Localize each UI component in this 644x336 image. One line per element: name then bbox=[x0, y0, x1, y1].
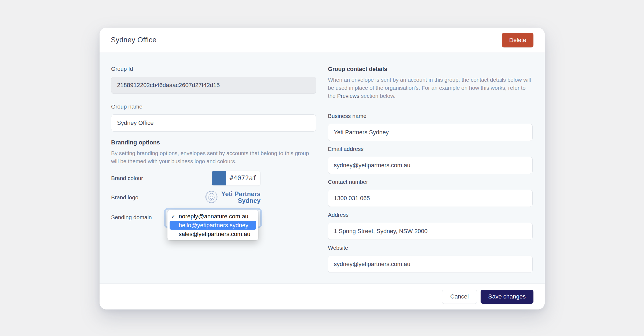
page-title: Sydney Office bbox=[111, 36, 156, 44]
modal-body: Group Id 2188912202cb46daaac2607d27f42d1… bbox=[100, 53, 545, 283]
business-name-input[interactable] bbox=[328, 124, 533, 141]
email-address-input[interactable] bbox=[328, 157, 533, 174]
branding-options-heading: Branding options bbox=[111, 139, 316, 146]
address-label: Address bbox=[328, 212, 533, 218]
brand-logo-preview[interactable]: Yeti Partners Sydney bbox=[205, 191, 261, 204]
group-name-label: Group name bbox=[111, 103, 316, 110]
sending-domain-select-wrap: ✓ noreply@annature.com.au hello@yetipart… bbox=[165, 209, 261, 227]
address-input[interactable] bbox=[328, 223, 533, 240]
save-changes-button[interactable]: Save changes bbox=[481, 290, 533, 304]
right-column: Group contact details When an envelope i… bbox=[328, 66, 533, 283]
contact-number-label: Contact number bbox=[328, 179, 533, 185]
delete-button[interactable]: Delete bbox=[502, 33, 533, 47]
brand-logo-row: Brand logo Yeti bbox=[111, 191, 261, 204]
sending-domain-dropdown: ✓ noreply@annature.com.au hello@yetipart… bbox=[167, 210, 258, 240]
modal-header: Sydney Office Delete bbox=[100, 28, 545, 53]
dropdown-option-label: sales@yetipartners.com.au bbox=[179, 231, 250, 238]
dropdown-option-label: hello@yetipartners.sydney bbox=[179, 222, 248, 229]
group-name-input[interactable] bbox=[111, 114, 316, 132]
brand-colour-swatch[interactable] bbox=[212, 171, 226, 185]
left-column: Group Id 2188912202cb46daaac2607d27f42d1… bbox=[111, 66, 316, 283]
group-contact-details-heading: Group contact details bbox=[328, 66, 533, 73]
website-label: Website bbox=[328, 245, 533, 251]
branding-options-description: By setting branding options, envelopes s… bbox=[111, 149, 312, 165]
group-contact-details-description: When an envelope is sent by an account i… bbox=[328, 76, 533, 100]
yeti-logo-icon bbox=[205, 191, 218, 204]
dropdown-option-hello[interactable]: hello@yetipartners.sydney bbox=[170, 221, 256, 230]
check-icon: ✓ bbox=[171, 213, 179, 219]
brand-colour-picker[interactable]: #4072af bbox=[211, 171, 261, 186]
website-input[interactable] bbox=[328, 256, 533, 273]
group-id-field: 2188912202cb46daaac2607d27f42d15 bbox=[111, 77, 316, 94]
email-address-label: Email address bbox=[328, 146, 533, 152]
dropdown-option-label: noreply@annature.com.au bbox=[179, 213, 248, 220]
previews-reference: Previews bbox=[337, 93, 359, 99]
dropdown-option-sales[interactable]: sales@yetipartners.com.au bbox=[170, 230, 256, 238]
brand-colour-row: Brand colour #4072af bbox=[111, 171, 261, 186]
dropdown-option-noreply[interactable]: ✓ noreply@annature.com.au bbox=[170, 212, 256, 221]
contact-number-input[interactable] bbox=[328, 190, 533, 207]
brand-logo-text: Yeti Partners Sydney bbox=[221, 191, 261, 204]
brand-colour-label: Brand colour bbox=[111, 175, 211, 181]
business-name-label: Business name bbox=[328, 113, 533, 119]
modal-footer: Cancel Save changes bbox=[100, 283, 545, 309]
cancel-button[interactable]: Cancel bbox=[442, 290, 477, 304]
sending-domain-row: Sending domain ✓ noreply@annature.com.au… bbox=[111, 209, 261, 227]
group-id-label: Group Id bbox=[111, 66, 316, 72]
group-settings-modal: Sydney Office Delete Group Id 2188912202… bbox=[100, 28, 545, 309]
brand-logo-label: Brand logo bbox=[111, 194, 205, 201]
brand-colour-hex[interactable]: #4072af bbox=[226, 171, 260, 185]
sending-domain-label: Sending domain bbox=[111, 214, 165, 221]
